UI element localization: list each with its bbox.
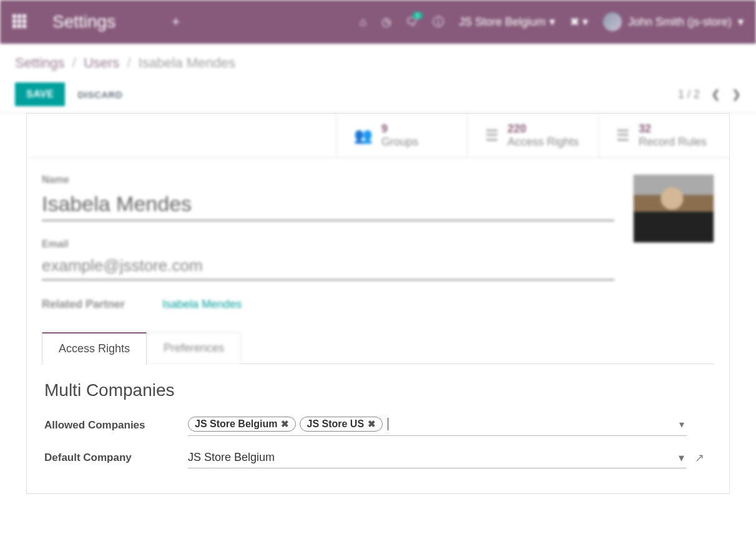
close-icon[interactable]: ✖ ▾ [570,15,588,29]
email-label: Email [42,239,614,250]
discard-button[interactable]: DISCARD [77,89,122,100]
plus-icon[interactable]: + [172,14,180,30]
allowed-companies-input[interactable]: JS Store Belgium ✖ JS Store US ✖ ▾ [188,414,687,436]
pager-next[interactable]: ❯ [732,87,741,101]
groups-icon: 👥 [354,127,373,144]
stat-rights-count: 220 [508,122,579,136]
breadcrumb-current: Isabela Mendes [139,55,235,71]
external-link-icon[interactable]: ↗ [687,451,712,465]
pager: 1 / 2 ❮ ❯ [678,87,741,101]
allowed-companies-label: Allowed Companies [44,419,188,432]
user-photo[interactable] [633,174,714,243]
info-icon[interactable]: ⓘ [433,14,444,29]
stat-rules-count: 32 [639,122,707,136]
default-company-label: Default Company [44,452,188,464]
avatar [603,12,622,31]
stat-groups-count: 9 [381,122,418,136]
list-icon: ☰ [616,127,630,144]
breadcrumb-users[interactable]: Users [84,55,119,71]
email-input[interactable] [42,252,614,280]
section-title: Multi Companies [44,380,712,400]
name-input[interactable] [42,188,614,221]
text-cursor [388,418,388,430]
tag-remove-icon[interactable]: ✖ [281,418,289,430]
default-company-value: JS Store Belgium [188,451,275,463]
tab-access-rights[interactable]: Access Rights [42,332,147,364]
company-selector[interactable]: JS Store Belgium ▾ [459,15,555,29]
tabs: Access Rights Preferences [42,332,714,364]
chevron-down-icon[interactable]: ▾ [679,418,684,430]
stat-record-rules[interactable]: ☰ 32 Record Rules [598,114,729,157]
subheader: Settings / Users / Isabela Mendes SAVE D… [0,44,756,113]
name-label: Name [42,174,614,185]
home-icon[interactable]: ⌂ [360,16,366,29]
tag-js-store-us: JS Store US ✖ [300,417,383,432]
messages-icon[interactable]: 🗨1 [406,16,418,29]
company-name: JS Store Belgium [459,16,546,29]
related-partner-link[interactable]: Isabela Mendes [162,298,242,311]
default-company-select[interactable]: JS Store Belgium ▾ [188,447,687,468]
clock-icon[interactable]: ◷ [381,15,391,29]
form-panel: 👥 9 Groups ☰ 220 Access Rights ☰ 32 Reco… [26,113,730,494]
stat-groups[interactable]: 👥 9 Groups [336,114,467,157]
tag-remove-icon[interactable]: ✖ [368,418,376,430]
tab-preferences[interactable]: Preferences [147,332,241,364]
tag-label: JS Store US [307,418,364,430]
chevron-down-icon: ▾ [549,15,555,29]
message-badge: 1 [413,12,423,19]
tag-label: JS Store Belgium [195,418,277,430]
save-button[interactable]: SAVE [15,82,65,106]
app-header: Settings + ⌂ ◷ 🗨1 ⓘ JS Store Belgium ▾ ✖… [0,0,756,44]
related-partner-label: Related Partner [42,298,125,311]
user-name: John Smith (js-store) [628,16,732,29]
stat-rights-label: Access Rights [508,136,579,149]
pager-prev[interactable]: ❮ [711,87,720,101]
user-menu[interactable]: John Smith (js-store) ▾ [603,12,744,31]
chevron-down-icon: ▾ [738,15,744,29]
pager-text: 1 / 2 [678,88,700,101]
apps-icon[interactable] [12,14,27,29]
tag-js-store-belgium: JS Store Belgium ✖ [188,417,296,432]
multi-companies-section: Multi Companies Allowed Companies JS Sto… [42,364,714,493]
stat-groups-label: Groups [381,136,418,149]
breadcrumb-settings[interactable]: Settings [15,55,65,71]
breadcrumb: Settings / Users / Isabela Mendes [15,55,741,71]
stat-row: 👥 9 Groups ☰ 220 Access Rights ☰ 32 Reco… [27,114,729,158]
stat-access-rights[interactable]: ☰ 220 Access Rights [467,114,598,157]
list-icon: ☰ [485,127,499,144]
stat-rules-label: Record Rules [639,136,707,149]
chevron-down-icon[interactable]: ▾ [679,451,684,465]
app-title: Settings [52,12,115,32]
